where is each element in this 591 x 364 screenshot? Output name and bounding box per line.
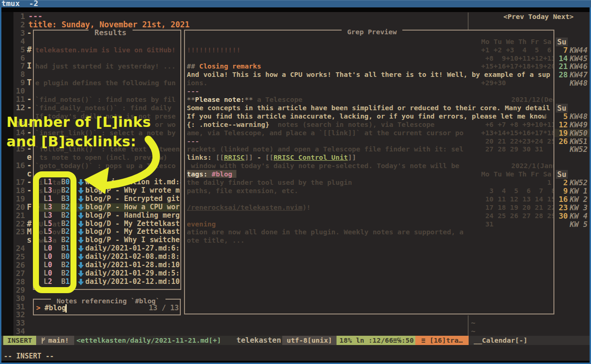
calendar-day[interactable]: 19 bbox=[555, 129, 568, 138]
buffer-line: --- bbox=[28, 13, 43, 21]
buffer-text-fragment: I bbox=[27, 62, 32, 70]
note-filename: blog/D - My Zettelkast bbox=[85, 220, 180, 228]
line-number: 27 bbox=[13, 270, 25, 278]
note-filename: daily/2021-01-27.md:6: bbox=[85, 245, 180, 253]
buffer-text-fragment: - bbox=[27, 187, 32, 195]
preview-line: **Please note:** a Telescope bbox=[187, 95, 302, 104]
calendar-day[interactable]: 30 bbox=[555, 212, 568, 220]
line-number: 21 bbox=[13, 212, 25, 220]
preview-text-segment: ]] bbox=[245, 153, 253, 161]
line-number: 20 bbox=[13, 203, 25, 212]
calendar-week-number: KW 3 bbox=[570, 203, 588, 212]
calendar-sunday-header: Su bbox=[556, 170, 568, 179]
top-black-band bbox=[1, 7, 590, 12]
prompt-search-input[interactable]: #blog bbox=[44, 304, 66, 313]
calendar-week-number: KW49 bbox=[570, 120, 588, 129]
calendar-dim-row: 17 18 19 20 21 22 bbox=[481, 203, 553, 211]
line-number: 11 bbox=[13, 95, 25, 104]
calendar-day[interactable]: 28 bbox=[555, 70, 568, 79]
preview-line: evening bbox=[187, 220, 216, 228]
preview-text-segment: links: bbox=[187, 153, 216, 161]
preview-text-segment: ame, via Telescope, and place a `[[link]… bbox=[187, 129, 464, 137]
calendar-week-number: KW52 bbox=[570, 178, 588, 187]
line-number: 26 bbox=[13, 261, 25, 270]
calendar-day[interactable]: 2 bbox=[555, 178, 568, 187]
calendar-dim-row: 2021/12(Dec bbox=[511, 95, 553, 103]
calendar-dim-row: +6 +7 +8 +9+10+11 bbox=[481, 120, 553, 128]
vim-mode-indicator: -- INSERT -- bbox=[4, 352, 54, 360]
statusline-position: 18% ln :12/66≡℅:50 bbox=[337, 336, 417, 345]
tmux-title: tmux -2 bbox=[1, 0, 38, 8]
buffer-text-fragment: s bbox=[27, 236, 32, 245]
calendar-dim-row: +29+30 bbox=[481, 79, 506, 87]
calendar-day[interactable]: 5 bbox=[555, 112, 568, 121]
calendar-nav-buttons[interactable]: <Prev Today Next> bbox=[503, 13, 573, 20]
results-dim-bufferline: `goto_today()` : pops up a Telesco bbox=[35, 162, 176, 169]
calendar-day[interactable]: 7 bbox=[555, 46, 568, 55]
calendar-week-number: KW50 bbox=[570, 129, 588, 138]
preview-text-segment: rackets (linked note) and open a Telesco… bbox=[187, 145, 464, 153]
preview-text-segment: ## bbox=[187, 62, 199, 70]
preview-line: !!!!!!!!!!!!! bbox=[187, 46, 241, 54]
calendar-day[interactable]: 12 bbox=[555, 120, 568, 129]
calendar-dim-row: +13+14+15+16+17*18 bbox=[481, 129, 553, 137]
editor-row: 34 bbox=[1, 327, 465, 336]
preview-line: ## Closing remarks bbox=[187, 62, 261, 70]
calendar-week-number: KW44 bbox=[570, 46, 588, 55]
tmux-neovim-screenshot: { "window": { "title": "tmux -2" }, "edi… bbox=[0, 0, 591, 364]
down-arrow-icon bbox=[78, 254, 84, 261]
preview-text-segment: [[ bbox=[216, 153, 224, 161]
down-arrow-icon bbox=[78, 221, 84, 228]
calendar-week-number: KW48 bbox=[570, 112, 588, 121]
line-number: 34 bbox=[13, 327, 25, 336]
down-arrow-icon bbox=[78, 237, 84, 244]
line-number: 29 bbox=[13, 286, 25, 295]
calendar-day[interactable]: 9 bbox=[555, 187, 568, 195]
calendar-day[interactable]: 21 bbox=[555, 62, 568, 71]
calendar-day[interactable]: 16 bbox=[555, 195, 568, 204]
line-number: 33 bbox=[13, 319, 25, 327]
preview-text-segment: tags: bbox=[187, 170, 208, 178]
preview-text-segment: --- bbox=[187, 137, 199, 145]
preview-text-segment: !!!!!!!!!!!!! bbox=[187, 46, 241, 54]
preview-line: --- bbox=[187, 137, 199, 145]
preview-line: links: [[RRISC]] - [[RRISC Control Unit]… bbox=[187, 153, 356, 162]
tilde-marker: ~ bbox=[471, 327, 476, 336]
tilde-marker: ~ bbox=[471, 319, 476, 327]
preview-content: !!!!!!!!!!!!!## Closing remarksAnd voila… bbox=[185, 31, 553, 314]
preview-text-segment: ation are now all done in the plugin. We… bbox=[187, 228, 464, 236]
calendar-dim-row: 10 11 12 13 14 15 bbox=[481, 195, 553, 203]
annotation-text-line1: Number of [L]inks bbox=[6, 115, 151, 129]
preview-text-segment: Please note: bbox=[195, 95, 245, 103]
line-number: 18 bbox=[13, 187, 25, 195]
line-number: 6 bbox=[13, 54, 25, 63]
line-number: 24 bbox=[13, 245, 25, 253]
git-branch-icon bbox=[41, 337, 46, 344]
calendar-week-number: KW46 bbox=[570, 62, 588, 71]
statusline-plugin-name: telekasten bbox=[236, 336, 281, 345]
results-dim-bufferline: telekasten.nvim is live on GitHub! bbox=[35, 46, 176, 54]
preview-text-segment: window with today's daily note pre-selec… bbox=[187, 162, 459, 169]
statusline-mode-badge: INSERT bbox=[3, 336, 36, 345]
calendar-dim-row: +1 +2 +3 4 5 6 bbox=[481, 46, 551, 54]
buffer-text-fragment: c bbox=[27, 170, 32, 178]
preview-text-segment: ** bbox=[245, 95, 253, 103]
preview-line: ote title, ... bbox=[187, 236, 245, 245]
preview-text-segment: ote title, ... bbox=[187, 236, 245, 244]
calendar-sunday-header: Su bbox=[556, 104, 568, 113]
preview-line: {: .notice--warning} notes (search in no… bbox=[187, 120, 435, 129]
down-arrow-icon bbox=[78, 196, 84, 203]
down-arrow-icon bbox=[78, 213, 84, 220]
buffer-line: title: Sunday, November 21st, 2021 bbox=[28, 21, 190, 29]
preview-text-segment: the daily finder tool used by the plugin bbox=[187, 178, 352, 186]
line-number: 22 bbox=[13, 220, 25, 228]
preview-text-segment: Some concepts in this article have been … bbox=[187, 104, 550, 112]
calendar-day[interactable]: 14 bbox=[555, 54, 568, 63]
buffer-text-fragment: - bbox=[27, 95, 32, 104]
calendar-day[interactable]: 26 bbox=[555, 137, 568, 146]
calendar-week-number: KW 2 bbox=[570, 195, 588, 204]
note-filename: blog/P - Why I switche bbox=[85, 236, 180, 245]
calendar-day[interactable]: 23 bbox=[555, 203, 568, 212]
preview-line: window with today's daily note pre-selec… bbox=[187, 162, 459, 170]
note-filename: blog/P - How a CPU wor bbox=[85, 203, 180, 212]
